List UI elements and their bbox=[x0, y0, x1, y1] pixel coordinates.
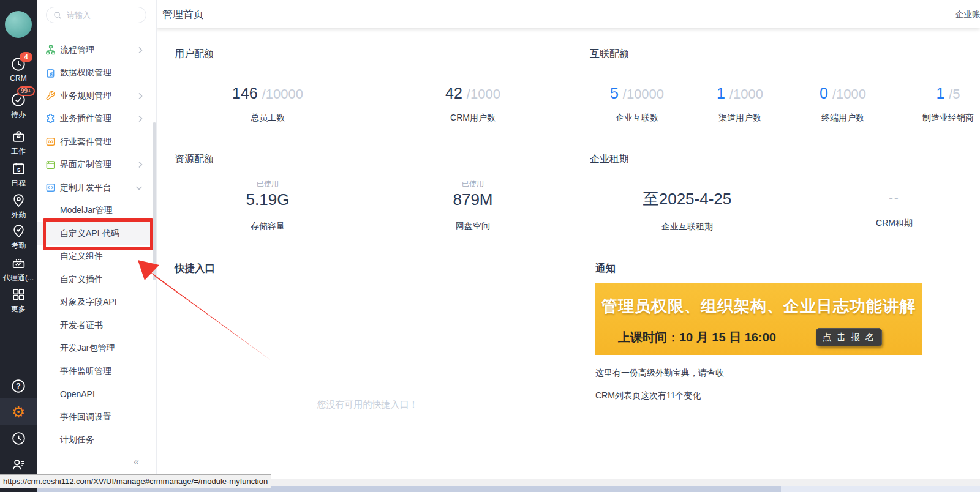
chevron-right-icon bbox=[138, 47, 143, 54]
collapse-panel-icon[interactable]: « bbox=[134, 457, 139, 468]
main-header: 管理首页 企业账号 bbox=[156, 0, 980, 28]
avatar[interactable] bbox=[5, 11, 32, 38]
rail-item-more[interactable]: 更多 bbox=[0, 286, 37, 315]
app-rail: 4 CRM 99+ 待办 工作 5 日程 bbox=[0, 0, 37, 492]
stat-crm-tenancy: -- CRM租期 bbox=[876, 191, 913, 229]
menu-item-custom-plugin[interactable]: 自定义插件 bbox=[37, 268, 156, 291]
menu-item-label: ModelJar管理 bbox=[60, 205, 113, 216]
menu-item-label: 流程管理 bbox=[60, 45, 94, 56]
wrench-icon bbox=[45, 91, 56, 102]
pin-check-icon bbox=[10, 223, 26, 239]
banner-time: 上课时间：10 月 15 日 16:00 bbox=[618, 329, 776, 346]
menu-item-custom-dev-platform[interactable]: 定制开发平台 bbox=[37, 176, 156, 199]
svg-text:?: ? bbox=[16, 382, 20, 390]
briefcase-icon bbox=[10, 129, 26, 144]
shortcuts-empty-hint: 您没有可用的快捷入口！ bbox=[317, 399, 418, 411]
search-input[interactable] bbox=[66, 10, 135, 20]
stat-channel-users: 1 /1000 渠道用户数 bbox=[717, 84, 763, 124]
rail-item-agent[interactable]: 代理通(... bbox=[0, 255, 37, 283]
menu-item-label: 定制开发平台 bbox=[60, 182, 111, 193]
rail-item-help[interactable]: ? bbox=[0, 378, 37, 397]
stat-link-tenancy: 至2025-4-25 企业互联租期 bbox=[643, 188, 732, 233]
menu-item-label: 开发Jar包管理 bbox=[60, 343, 115, 354]
crm-badge: 4 bbox=[20, 52, 32, 62]
stat-storage: 已使用 5.19G 存储容量 bbox=[246, 179, 290, 232]
code-icon bbox=[45, 182, 56, 193]
menu-item-label: 事件回调设置 bbox=[60, 412, 111, 423]
flow-icon bbox=[45, 45, 56, 56]
rail-item-history[interactable] bbox=[0, 430, 37, 449]
data-permission-icon bbox=[45, 67, 56, 78]
crm-admin-page: 4 CRM 99+ 待办 工作 5 日程 bbox=[0, 0, 980, 492]
header-account-link[interactable]: 企业账号 bbox=[956, 9, 980, 20]
stat-terminal-users: 0 /1000 终端用户数 bbox=[820, 84, 866, 124]
notice-banner[interactable]: 管理员权限、组织架构、企业日志功能讲解 上课时间：10 月 15 日 16:00… bbox=[595, 283, 922, 355]
menu-item-event-listener[interactable]: 事件监听管理 bbox=[37, 360, 156, 383]
agent-icon bbox=[10, 255, 26, 271]
rail-item-label: 代理通(... bbox=[3, 273, 34, 283]
menu-scrollbar[interactable] bbox=[153, 122, 156, 280]
person-list-icon bbox=[10, 457, 26, 475]
rail-item-settings[interactable]: ⚙ bbox=[0, 398, 37, 425]
menu-item-industry-suite[interactable]: 行业套件管理 bbox=[37, 130, 156, 154]
calendar-icon: 5 bbox=[10, 160, 26, 176]
rail-item-label: 日程 bbox=[11, 178, 26, 188]
menu-item-ui-custom[interactable]: 界面定制管理 bbox=[37, 154, 156, 177]
gear-icon: ⚙ bbox=[12, 404, 25, 420]
section-title-link-quota: 互联配额 bbox=[590, 48, 629, 61]
chevron-right-icon bbox=[138, 115, 143, 122]
menu-item-label: 自定义插件 bbox=[60, 274, 103, 285]
menu-item-scheduled-task[interactable]: 计划任务 bbox=[37, 429, 156, 452]
rail-item-contacts[interactable] bbox=[0, 456, 37, 475]
rail-item-label: 工作 bbox=[11, 146, 26, 157]
chevron-down-icon bbox=[135, 185, 143, 190]
chevron-right-icon bbox=[138, 92, 143, 100]
location-pin-icon bbox=[10, 192, 26, 208]
stat-enterprise-links: 5 /10000 企业互联数 bbox=[610, 84, 664, 124]
rail-item-crm[interactable]: 4 CRM bbox=[0, 56, 37, 83]
menu-item-business-plugins[interactable]: 业务插件管理 bbox=[37, 108, 156, 131]
menu-item-object-field-api[interactable]: 对象及字段API bbox=[37, 291, 156, 315]
menu-item-modeljar[interactable]: ModelJar管理 bbox=[37, 199, 156, 223]
puzzle-icon bbox=[45, 113, 56, 124]
rail-item-attendance[interactable]: 考勤 bbox=[0, 223, 37, 251]
rail-item-work[interactable]: 工作 bbox=[0, 129, 37, 157]
menu-item-dev-jar[interactable]: 开发Jar包管理 bbox=[37, 337, 156, 360]
menu-item-openapi[interactable]: OpenAPI bbox=[37, 383, 156, 406]
section-title-resource-quota: 资源配额 bbox=[175, 153, 214, 166]
todo-badge: 99+ bbox=[17, 86, 35, 96]
menu-item-custom-apl-code[interactable]: 自定义APL代码 bbox=[37, 222, 156, 245]
menu-item-process[interactable]: 流程管理 bbox=[37, 39, 156, 62]
clock-icon bbox=[11, 431, 26, 449]
menu-item-custom-component[interactable]: 自定义组件 bbox=[37, 245, 156, 269]
menu-item-label: 事件监听管理 bbox=[60, 366, 111, 377]
menu-item-business-rules[interactable]: 业务规则管理 bbox=[37, 84, 156, 108]
stat-dealer-users: 1 /5 制造业经销商 bbox=[922, 84, 974, 124]
check-circle-icon: 99+ bbox=[10, 92, 26, 108]
svg-text:5: 5 bbox=[17, 166, 20, 173]
banner-signup-button[interactable]: 点 击 报 名 bbox=[816, 328, 882, 346]
rail-item-label: 更多 bbox=[11, 304, 26, 315]
notice-item[interactable]: CRM列表页这次有11个变化 bbox=[595, 390, 701, 401]
menu-search[interactable] bbox=[46, 7, 146, 23]
grid-icon bbox=[10, 286, 26, 302]
menu-item-developer-cert[interactable]: 开发者证书 bbox=[37, 314, 156, 337]
menu-item-data-permission[interactable]: 数据权限管理 bbox=[37, 62, 156, 85]
rail-item-field[interactable]: 外勤 bbox=[0, 192, 37, 220]
stat-total-employees: 146 /10000 总员工数 bbox=[232, 84, 303, 124]
menu-item-label: 界面定制管理 bbox=[60, 159, 111, 170]
section-title-tenancy: 企业租期 bbox=[590, 153, 629, 166]
rail-item-todo[interactable]: 99+ 待办 bbox=[0, 92, 37, 120]
section-title-shortcuts: 快捷入口 bbox=[175, 262, 215, 275]
menu-item-label: 数据权限管理 bbox=[60, 67, 111, 78]
browser-status-url: https://crm.ceshi112.com/XV/UI/manage#cr… bbox=[0, 474, 271, 488]
rail-item-label: 待办 bbox=[11, 110, 26, 120]
rail-item-schedule[interactable]: 5 日程 bbox=[0, 160, 37, 188]
menu-item-label: 计划任务 bbox=[60, 434, 94, 445]
menu-item-event-callback[interactable]: 事件回调设置 bbox=[37, 406, 156, 429]
menu-item-label: 自定义组件 bbox=[60, 251, 103, 262]
page-title: 管理首页 bbox=[162, 7, 204, 21]
notice-item[interactable]: 这里有一份高级外勤宝典，请查收 bbox=[595, 368, 724, 379]
menu-item-label: 行业套件管理 bbox=[60, 136, 111, 147]
chevron-right-icon bbox=[138, 161, 143, 168]
